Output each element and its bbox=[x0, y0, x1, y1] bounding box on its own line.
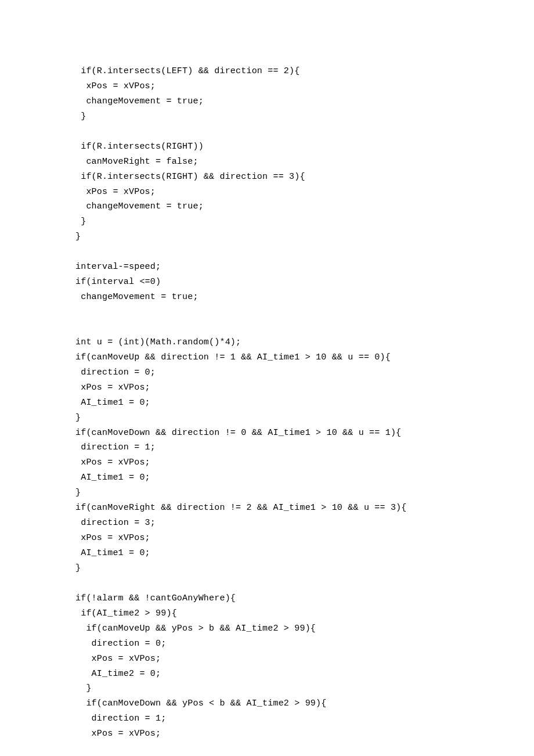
code-block: if(R.intersects(LEFT) && direction == 2)… bbox=[0, 0, 534, 741]
